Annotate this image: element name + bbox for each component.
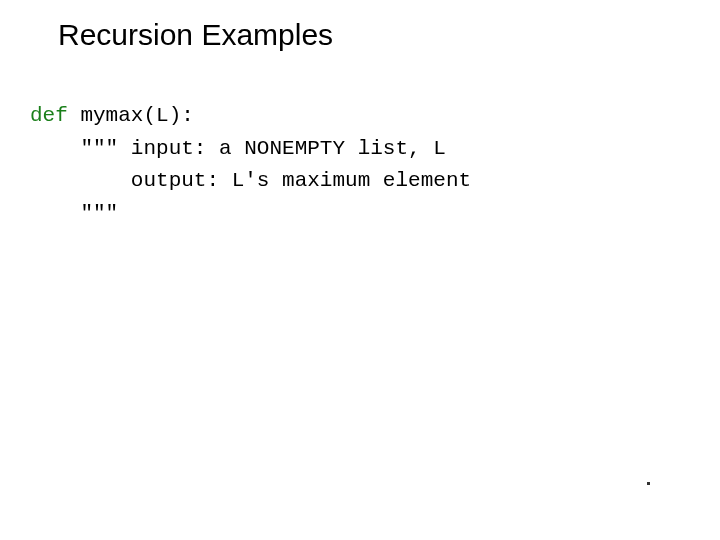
docstring-close: """ [30, 202, 118, 225]
decorative-dot [647, 482, 650, 485]
docstring-line-2: output: L's maximum element [131, 169, 471, 192]
slide: Recursion Examples def mymax(L): """ inp… [0, 0, 720, 540]
slide-title: Recursion Examples [58, 18, 333, 52]
docstring-line-1: input: a NONEMPTY list, L [131, 137, 446, 160]
keyword-def: def [30, 104, 68, 127]
code-block: def mymax(L): """ input: a NONEMPTY list… [30, 100, 471, 230]
docstring-open: """ [30, 137, 131, 160]
function-signature: mymax(L): [68, 104, 194, 127]
docstring-indent [30, 169, 131, 192]
